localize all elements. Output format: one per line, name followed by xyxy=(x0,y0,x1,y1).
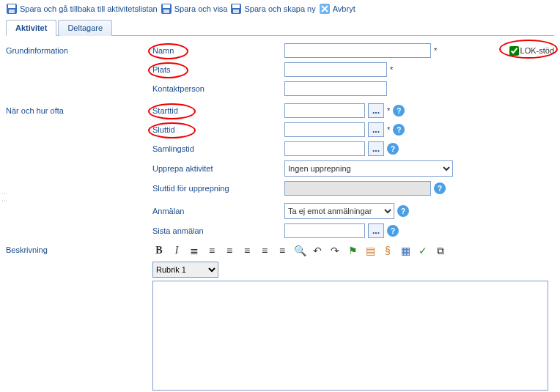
label-contact: Kontaktperson xyxy=(152,84,205,93)
svg-rect-4 xyxy=(163,4,170,8)
undo-button[interactable]: ↶ xyxy=(311,244,324,257)
link-button[interactable]: § xyxy=(381,244,394,257)
svg-rect-1 xyxy=(8,4,15,8)
cancel-label: Avbryt xyxy=(333,4,355,13)
label-last-signup: Sista anmälan xyxy=(152,226,204,235)
form-area: Grundinformation Namn * LOK-stöd Plats * xyxy=(6,36,554,391)
help-icon[interactable]: ? xyxy=(393,105,405,117)
label-end: Sluttid xyxy=(152,125,175,134)
name-input[interactable] xyxy=(284,43,431,58)
close-icon xyxy=(319,3,331,15)
align-left-button[interactable]: ≡ xyxy=(223,244,236,257)
help-icon[interactable]: ? xyxy=(434,182,446,194)
save-icon xyxy=(161,3,172,15)
tab-bar: Aktivitet Deltagare xyxy=(6,19,554,36)
required-mark: * xyxy=(390,65,393,74)
svg-rect-5 xyxy=(163,10,169,13)
svg-rect-7 xyxy=(232,4,240,8)
check-button[interactable]: ✓ xyxy=(416,244,430,257)
label-repeat-end: Sluttid för upprepning xyxy=(152,184,229,193)
label-name: Namn xyxy=(152,46,174,55)
required-mark: * xyxy=(387,125,390,134)
cancel-button[interactable]: Avbryt xyxy=(319,3,355,15)
save-back-button[interactable]: Spara och gå tillbaka till aktivitetslis… xyxy=(6,3,158,15)
action-toolbar: Spara och gå tillbaka till aktivitetslis… xyxy=(6,3,554,15)
flag-button[interactable]: ⚑ xyxy=(346,244,359,257)
tab-activity[interactable]: Aktivitet xyxy=(6,20,56,36)
signup-select[interactable]: Ta ej emot anmälningar xyxy=(284,203,394,219)
label-signup: Anmälan xyxy=(152,207,184,215)
lok-checkbox[interactable] xyxy=(509,46,519,56)
contact-input[interactable] xyxy=(284,81,387,96)
unordered-list-button[interactable]: ≡ xyxy=(205,244,218,257)
label-gather: Samlingstid xyxy=(152,144,194,153)
help-icon[interactable]: ? xyxy=(397,205,409,217)
help-icon[interactable]: ? xyxy=(393,124,405,136)
tab-participants[interactable]: Deltagare xyxy=(58,20,112,36)
save-back-label: Spara och gå tillbaka till aktivitetslis… xyxy=(20,4,158,13)
required-mark: * xyxy=(434,46,437,55)
align-right-button[interactable]: ≡ xyxy=(258,244,271,257)
copy-button[interactable]: ⧉ xyxy=(434,244,447,257)
save-icon xyxy=(230,3,242,15)
gather-input[interactable] xyxy=(284,141,365,156)
section-basic-heading: Grundinformation xyxy=(6,46,152,55)
gather-picker-button[interactable]: ... xyxy=(368,141,384,156)
lok-label: LOK-stöd xyxy=(520,46,554,55)
label-start: Starttid xyxy=(152,106,178,115)
required-mark: * xyxy=(387,106,390,115)
table-button[interactable]: ▦ xyxy=(399,244,412,257)
repeat-select[interactable]: Ingen upprepning xyxy=(284,160,453,177)
bold-button[interactable]: B xyxy=(152,244,166,257)
label-repeat: Upprepa aktivitet xyxy=(152,164,213,173)
drag-handle-icon[interactable]: ⋮⋮ xyxy=(1,191,8,205)
italic-button[interactable]: I xyxy=(170,244,183,257)
save-show-button[interactable]: Spara och visa xyxy=(161,3,228,15)
editor-toolbar: B I ≣ ≡ ≡ ≡ ≡ ≡ 🔍 ↶ ↷ ⚑ ▤ § ▦ ✓ ⧉ xyxy=(152,244,554,257)
repeat-end-input xyxy=(284,181,431,196)
end-input[interactable] xyxy=(284,122,365,137)
place-input[interactable] xyxy=(284,62,387,77)
find-button[interactable]: 🔍 xyxy=(293,244,306,257)
svg-rect-8 xyxy=(233,10,239,13)
align-justify-button[interactable]: ≡ xyxy=(276,244,289,257)
svg-rect-2 xyxy=(9,10,15,13)
align-center-button[interactable]: ≡ xyxy=(240,244,254,257)
document-button[interactable]: ▤ xyxy=(364,244,377,257)
section-description-heading: Beskrivning xyxy=(6,245,152,254)
last-signup-input[interactable] xyxy=(284,223,365,238)
last-signup-picker-button[interactable]: ... xyxy=(368,223,384,238)
ordered-list-button[interactable]: ≣ xyxy=(188,244,201,257)
help-icon[interactable]: ? xyxy=(387,143,399,155)
redo-button[interactable]: ↷ xyxy=(328,244,342,257)
format-select[interactable]: Rubrik 1 xyxy=(152,262,218,278)
end-picker-button[interactable]: ... xyxy=(368,122,384,137)
save-show-label: Spara och visa xyxy=(174,4,228,13)
label-place: Plats xyxy=(152,65,170,74)
description-editor[interactable] xyxy=(152,281,548,391)
start-input[interactable] xyxy=(284,103,365,118)
section-when-heading: När och hur ofta xyxy=(6,106,152,115)
save-new-label: Spara och skapa ny xyxy=(244,4,315,13)
help-icon[interactable]: ? xyxy=(387,225,399,237)
save-icon xyxy=(6,3,18,15)
start-picker-button[interactable]: ... xyxy=(368,103,384,118)
save-new-button[interactable]: Spara och skapa ny xyxy=(230,3,315,15)
